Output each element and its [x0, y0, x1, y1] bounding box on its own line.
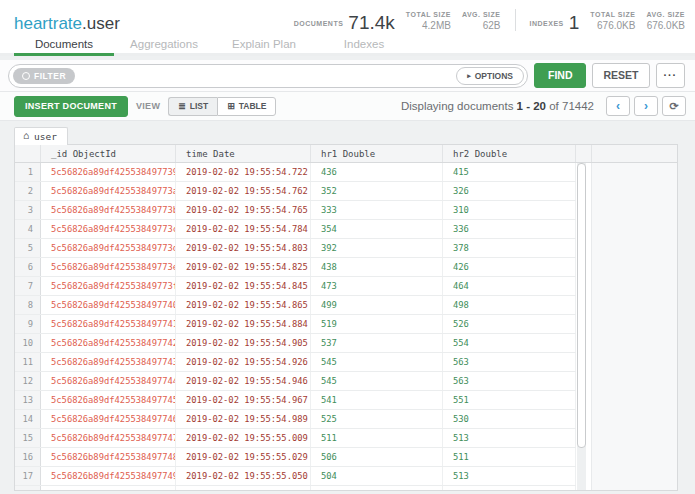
- options-button[interactable]: ▸ OPTIONS: [456, 67, 524, 85]
- cell-time[interactable]: 2019-02-02 19:55:54.905: [176, 334, 311, 352]
- vertical-scrollbar[interactable]: [577, 163, 586, 491]
- cell-id[interactable]: 5c56826a89df42553849773c: [41, 220, 176, 238]
- cell-hr1[interactable]: 506: [311, 448, 443, 466]
- cell-hr2[interactable]: 426: [443, 258, 576, 276]
- cell-time[interactable]: 2019-02-02 19:55:54.989: [176, 410, 311, 428]
- cell-time[interactable]: 2019-02-02 19:55:55.029: [176, 448, 311, 466]
- table-row[interactable]: 25c56826a89df42553849773a2019-02-02 19:5…: [15, 182, 576, 201]
- table-row[interactable]: 135c56826a89df4255384977452019-02-02 19:…: [15, 391, 576, 410]
- cell-time[interactable]: 2019-02-02 19:55:54.825: [176, 258, 311, 276]
- cell-time[interactable]: 2019-02-02 19:55:54.722: [176, 163, 311, 181]
- cell-id[interactable]: 5c56826a89df425538497743: [41, 353, 176, 371]
- cell-hr2[interactable]: 464: [443, 277, 576, 295]
- cell-hr2[interactable]: 515: [443, 486, 576, 491]
- cell-hr1[interactable]: 505: [311, 486, 443, 491]
- cell-id[interactable]: 5c56826a89df42553849773d: [41, 239, 176, 257]
- cell-hr1[interactable]: 333: [311, 201, 443, 219]
- table-row[interactable]: 95c56826a89df4255384977412019-02-02 19:5…: [15, 315, 576, 334]
- cell-time[interactable]: 2019-02-02 19:55:54.884: [176, 315, 311, 333]
- cell-hr1[interactable]: 511: [311, 429, 443, 447]
- refresh-button[interactable]: ⟳: [662, 96, 686, 116]
- next-page-button[interactable]: ›: [634, 96, 658, 116]
- cell-hr1[interactable]: 438: [311, 258, 443, 276]
- view-list-button[interactable]: ≣ LIST: [168, 97, 217, 116]
- cell-hr1[interactable]: 352: [311, 182, 443, 200]
- table-row[interactable]: 55c56826a89df42553849773d2019-02-02 19:5…: [15, 239, 576, 258]
- cell-time[interactable]: 2019-02-02 19:55:55.050: [176, 467, 311, 485]
- cell-hr2[interactable]: 513: [443, 429, 576, 447]
- table-row[interactable]: 15c56826a89df4255384977392019-02-02 19:5…: [15, 163, 576, 182]
- cell-hr2[interactable]: 310: [443, 201, 576, 219]
- cell-hr1[interactable]: 392: [311, 239, 443, 257]
- table-row[interactable]: 85c56826a89df4255384977402019-02-02 19:5…: [15, 296, 576, 315]
- cell-id[interactable]: 5c56826a89df425538497739: [41, 163, 176, 181]
- table-row[interactable]: 175c56826b89df4255384977492019-02-02 19:…: [15, 467, 576, 486]
- cell-time[interactable]: 2019-02-02 19:55:54.967: [176, 391, 311, 409]
- cell-id[interactable]: 5c56826a89df42553849773f: [41, 277, 176, 295]
- cell-id[interactable]: 5c56826a89df42553849773e: [41, 258, 176, 276]
- cell-time[interactable]: 2019-02-02 19:55:54.803: [176, 239, 311, 257]
- cell-hr2[interactable]: 498: [443, 296, 576, 314]
- cell-id[interactable]: 5c56826a89df42553849773a: [41, 182, 176, 200]
- cell-hr1[interactable]: 473: [311, 277, 443, 295]
- cell-hr2[interactable]: 563: [443, 372, 576, 390]
- tab-indexes[interactable]: Indexes: [314, 34, 414, 56]
- table-row[interactable]: 45c56826a89df42553849773c2019-02-02 19:5…: [15, 220, 576, 239]
- cell-hr1[interactable]: 525: [311, 410, 443, 428]
- cell-id[interactable]: 5c56826b89df425538497748: [41, 448, 176, 466]
- scrollbar-thumb[interactable]: [577, 163, 586, 448]
- cell-hr2[interactable]: 378: [443, 239, 576, 257]
- table-row[interactable]: 115c56826a89df4255384977432019-02-02 19:…: [15, 353, 576, 372]
- table-row[interactable]: 35c56826a89df42553849773b2019-02-02 19:5…: [15, 201, 576, 220]
- cell-id[interactable]: 5c56826a89df425538497740: [41, 296, 176, 314]
- cell-time[interactable]: 2019-02-02 19:55:54.946: [176, 372, 311, 390]
- cell-id[interactable]: 5c56826b89df42553849774a: [41, 486, 176, 491]
- reset-button[interactable]: RESET: [592, 63, 649, 88]
- cell-id[interactable]: 5c56826b89df425538497747: [41, 429, 176, 447]
- cell-time[interactable]: 2019-02-02 19:55:54.865: [176, 296, 311, 314]
- cell-hr2[interactable]: 326: [443, 182, 576, 200]
- cell-id[interactable]: 5c56826a89df42553849773b: [41, 201, 176, 219]
- cell-id[interactable]: 5c56826a89df425538497746: [41, 410, 176, 428]
- prev-page-button[interactable]: ‹: [606, 96, 630, 116]
- view-table-button[interactable]: ⊞ TABLE: [217, 97, 276, 116]
- cell-hr1[interactable]: 504: [311, 467, 443, 485]
- cell-hr1[interactable]: 436: [311, 163, 443, 181]
- table-row[interactable]: 155c56826b89df4255384977472019-02-02 19:…: [15, 429, 576, 448]
- more-options-button[interactable]: ···: [656, 63, 686, 88]
- cell-hr2[interactable]: 530: [443, 410, 576, 428]
- table-row[interactable]: 105c56826a89df4255384977422019-02-02 19:…: [15, 334, 576, 353]
- cell-time[interactable]: 2019-02-02 19:55:55.009: [176, 429, 311, 447]
- table-row[interactable]: 75c56826a89df42553849773f2019-02-02 19:5…: [15, 277, 576, 296]
- table-row[interactable]: 185c56826b89df42553849774a2019-02-02 19:…: [15, 486, 576, 491]
- cell-hr1[interactable]: 545: [311, 372, 443, 390]
- cell-hr2[interactable]: 511: [443, 448, 576, 466]
- cell-hr2[interactable]: 554: [443, 334, 576, 352]
- cell-hr1[interactable]: 354: [311, 220, 443, 238]
- filter-input[interactable]: FILTER ▸ OPTIONS: [8, 64, 528, 88]
- cell-time[interactable]: 2019-02-02 19:55:55.070: [176, 486, 311, 491]
- cell-time[interactable]: 2019-02-02 19:55:54.762: [176, 182, 311, 200]
- tab-aggregations[interactable]: Aggregations: [114, 34, 214, 56]
- cell-hr2[interactable]: 551: [443, 391, 576, 409]
- cell-id[interactable]: 5c56826a89df425538497742: [41, 334, 176, 352]
- cell-id[interactable]: 5c56826a89df425538497741: [41, 315, 176, 333]
- cell-id[interactable]: 5c56826a89df425538497745: [41, 391, 176, 409]
- cell-hr1[interactable]: 499: [311, 296, 443, 314]
- cell-time[interactable]: 2019-02-02 19:55:54.784: [176, 220, 311, 238]
- cell-hr1[interactable]: 541: [311, 391, 443, 409]
- find-button[interactable]: FIND: [534, 63, 587, 88]
- tab-explain-plan[interactable]: Explain Plan: [214, 34, 314, 56]
- cell-time[interactable]: 2019-02-02 19:55:54.926: [176, 353, 311, 371]
- table-row[interactable]: 125c56826a89df4255384977442019-02-02 19:…: [15, 372, 576, 391]
- cell-hr2[interactable]: 526: [443, 315, 576, 333]
- table-row[interactable]: 65c56826a89df42553849773e2019-02-02 19:5…: [15, 258, 576, 277]
- collection-path-tab[interactable]: ⌂ user: [14, 127, 68, 145]
- cell-time[interactable]: 2019-02-02 19:55:54.845: [176, 277, 311, 295]
- table-row[interactable]: 145c56826a89df4255384977462019-02-02 19:…: [15, 410, 576, 429]
- cell-time[interactable]: 2019-02-02 19:55:54.765: [176, 201, 311, 219]
- insert-document-button[interactable]: INSERT DOCUMENT: [14, 96, 128, 117]
- cell-hr2[interactable]: 563: [443, 353, 576, 371]
- cell-id[interactable]: 5c56826a89df425538497744: [41, 372, 176, 390]
- cell-hr1[interactable]: 537: [311, 334, 443, 352]
